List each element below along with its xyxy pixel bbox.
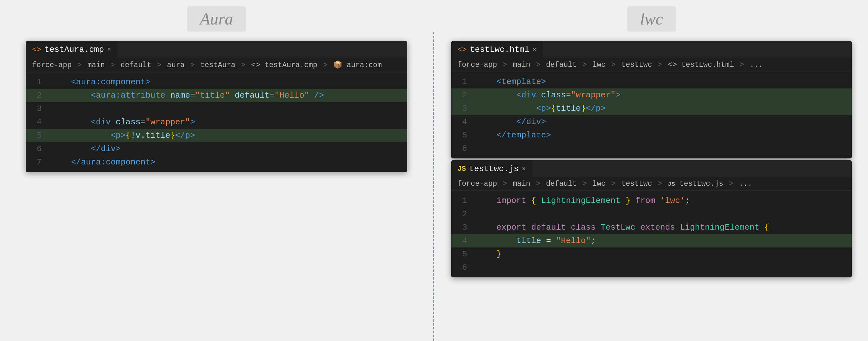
aura-title: Aura	[187, 6, 246, 31]
code-token: "wrapper"	[145, 117, 190, 127]
code-token	[51, 157, 71, 167]
line-number: 5	[451, 129, 473, 141]
bc-js-icon: JS	[668, 181, 675, 188]
code-token	[476, 90, 516, 100]
code-line: 4 </div>	[451, 115, 852, 128]
code-token: template	[501, 77, 541, 87]
code-token	[476, 249, 496, 259]
line-number: 6	[451, 143, 473, 155]
aura-tab-close[interactable]: ×	[107, 46, 111, 54]
line-number: 2	[451, 89, 473, 101]
lwc-html-code-area: 1 <template>2 <div class="wrapper">3 <p>…	[451, 72, 852, 158]
aura-tab[interactable]: <> testAura.cmp ×	[26, 41, 117, 58]
line-content: </aura:component>	[48, 156, 407, 168]
code-token	[476, 130, 496, 140]
line-content: import { LightningElement } from 'lwc';	[473, 195, 852, 207]
line-number: 3	[451, 102, 473, 115]
code-line: 6	[451, 142, 852, 155]
code-token: =	[566, 90, 571, 100]
code-token	[536, 90, 541, 100]
code-token: <	[496, 77, 501, 87]
line-number: 1	[451, 195, 473, 207]
aura-tab-label: testAura.cmp	[44, 45, 104, 54]
code-line: 7 </aura:component>	[26, 156, 407, 169]
bc-5: testAura	[200, 61, 235, 69]
code-token	[165, 91, 170, 100]
line-number: 1	[451, 76, 473, 88]
code-token: >	[600, 104, 606, 113]
code-token	[476, 117, 516, 127]
lwc-js-code-area: 1 import { LightningElement } from 'lwc'…	[451, 191, 852, 277]
code-token: =	[141, 117, 146, 127]
bc-xml-icon: <>	[668, 60, 677, 69]
line-number: 3	[451, 221, 473, 234]
code-token	[476, 77, 496, 87]
bc-7: aura:com	[342, 61, 382, 69]
code-token: }	[625, 196, 630, 206]
lwc-html-tab[interactable]: <> testLwc.html ×	[451, 41, 543, 58]
code-token: >	[616, 90, 621, 100]
code-token	[51, 117, 91, 127]
code-token: {	[551, 104, 556, 113]
code-token: ;	[685, 196, 690, 206]
code-token: <	[536, 104, 541, 113]
code-token: !v.title	[131, 131, 170, 140]
code-token	[51, 91, 91, 100]
code-token: >	[116, 144, 121, 154]
js-icon: JS	[458, 165, 466, 173]
line-content: title = "Hello";	[473, 235, 852, 247]
code-line: 1 <aura:component>	[26, 75, 407, 89]
code-token	[230, 91, 235, 100]
code-token: }	[170, 131, 176, 140]
code-token: <	[91, 117, 96, 127]
aura-breadcrumb: force-app > main > default > aura > test…	[26, 58, 407, 72]
code-token: =	[190, 91, 195, 100]
code-token: {	[126, 131, 131, 140]
code-token: from	[635, 196, 655, 206]
code-token: p	[596, 104, 601, 113]
line-number: 5	[451, 248, 473, 260]
code-token: >	[541, 77, 546, 87]
code-token: "Hello"	[274, 91, 309, 100]
line-content: </div>	[48, 143, 407, 155]
code-line: 5 <p>{!v.title}</p>	[26, 129, 407, 142]
code-token: import	[496, 196, 526, 206]
code-token: >	[190, 117, 195, 127]
line-content: <p>{!v.title}</p>	[48, 129, 407, 142]
code-token: <	[111, 131, 116, 140]
line-number: 4	[451, 235, 473, 247]
code-token: extends	[640, 223, 675, 232]
line-content: <aura:attribute name="title" default="He…	[48, 89, 407, 101]
code-token	[476, 223, 496, 232]
lwc-html-tab-close[interactable]: ×	[533, 46, 536, 54]
line-number: 2	[26, 89, 48, 101]
code-token: />	[309, 91, 324, 100]
code-line: 5 </template>	[451, 128, 852, 142]
line-content: <aura:component>	[48, 76, 407, 88]
line-content: <template>	[473, 76, 852, 88]
lwc-html-tab-bar: <> testLwc.html ×	[451, 41, 852, 58]
line-content: }	[473, 248, 852, 260]
code-token: p	[541, 104, 546, 113]
lwc-js-tab-bar: JS testLwc.js ×	[451, 160, 852, 177]
code-token: <	[516, 90, 521, 100]
code-token: 'lwc'	[660, 196, 685, 206]
code-token: <	[91, 91, 96, 100]
line-number: 1	[26, 76, 48, 88]
lwc-section: lwc <> testLwc.html × force-app > main >…	[435, 0, 868, 341]
code-token: >	[145, 77, 150, 87]
code-token: class	[116, 117, 141, 127]
code-token	[476, 236, 516, 246]
lwc-js-tab-close[interactable]: ×	[522, 165, 526, 173]
code-token: {	[764, 223, 769, 232]
code-token: =	[270, 91, 275, 100]
code-token: "title"	[195, 91, 230, 100]
code-token	[476, 104, 536, 113]
code-token: >	[541, 117, 546, 127]
bc-4: aura	[167, 61, 184, 69]
line-number: 2	[451, 208, 473, 220]
code-token: div	[526, 117, 541, 127]
lwc-js-tab[interactable]: JS testLwc.js ×	[451, 160, 532, 177]
code-line: 1 import { LightningElement } from 'lwc'…	[451, 194, 852, 208]
code-token	[655, 196, 660, 206]
